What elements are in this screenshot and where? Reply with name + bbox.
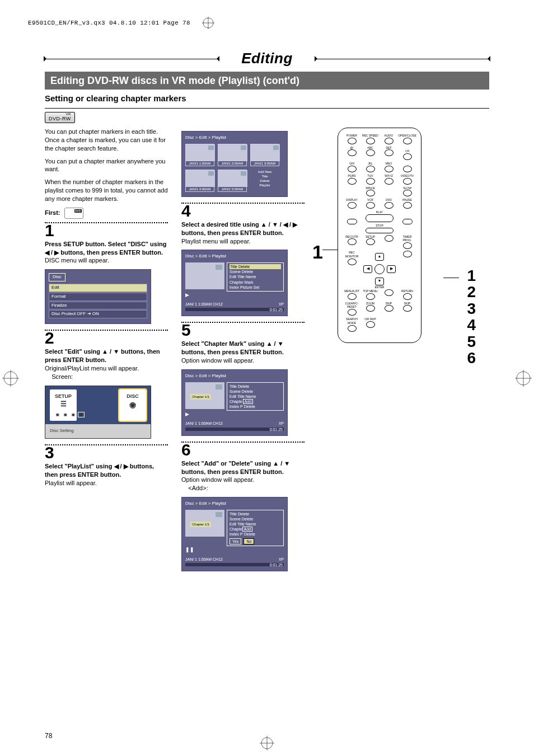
num-1	[348, 149, 357, 156]
thumb-1: JAN/1 1:00AM	[185, 144, 214, 166]
registration-mark-icon	[260, 736, 274, 753]
dvd-rw-vr-badge: VR DVD-RW	[45, 112, 75, 123]
no-button: No	[243, 538, 254, 544]
open-close-button	[403, 138, 412, 144]
blank-button	[385, 235, 394, 242]
intro-para-2: You can put a chapter marker anywhere yo…	[45, 157, 168, 174]
file-header: E9501CD_EN/FR_v3.qx3 04.8.10 12:01 Page …	[28, 17, 506, 29]
clear-button	[348, 309, 357, 316]
audio-button	[385, 138, 394, 144]
skip-prev-button	[385, 305, 394, 312]
osd-disc-menu: Disc Edit Format Finalize Disc Protect O…	[45, 269, 151, 324]
return-button	[403, 293, 412, 300]
arrow-right-icon: ▶	[387, 265, 396, 273]
osd-disc-title: Disc	[49, 273, 65, 281]
osd-setup-disc: SETUP ☰ ▣▣▣▣ DISC ◉ Disc Setting	[45, 386, 151, 439]
cm-skip-button	[366, 321, 375, 328]
left-column: You can put chapter markers in each titl…	[45, 128, 168, 577]
middle-column: Disc > Edit > Playlist JAN/1 1:00AM JAN/…	[181, 128, 305, 577]
callout-line-icon	[443, 278, 459, 278]
breadcrumb: Disc > Edit > Playlist	[185, 501, 284, 507]
osd-item-protect: Disc Protect OFF ➔ ON	[49, 310, 147, 318]
intro-para-1: You can put chapter markers in each titl…	[45, 128, 168, 153]
disc-setting-label: Disc Setting	[45, 424, 151, 438]
step-3-number: 3	[45, 444, 168, 461]
display-button	[348, 202, 357, 209]
thumb-2: JAN/1 2:00AM	[218, 144, 247, 166]
arrow-down-icon: ▼	[375, 278, 384, 285]
step-5-number: 5	[181, 322, 305, 339]
dvd-button-icon	[64, 208, 83, 219]
step-1-number: 1	[45, 222, 168, 239]
remote-side-numbers: 1 2 3 4 5 6	[467, 267, 476, 366]
section-heading: Setting or clearing chapter markers	[45, 93, 489, 104]
ch-down	[403, 166, 412, 172]
thumb-addnew: Add New Title Delete Playlist	[250, 170, 279, 192]
thumb-3: JAN/1 3:00AM	[250, 144, 279, 166]
num-5	[366, 166, 375, 172]
yes-button: Yes	[229, 538, 241, 544]
zoom-button	[366, 305, 375, 312]
rec-monitor-button	[348, 259, 357, 265]
num-4	[348, 166, 357, 172]
step-5-text: Select "Chapter Mark" using ▲ / ▼ button…	[181, 340, 305, 365]
ff-button	[402, 219, 413, 224]
rec-speed-button	[366, 138, 375, 144]
step-1-text: Press SETUP button. Select "DISC" using …	[45, 240, 168, 265]
registration-mark-icon	[202, 17, 214, 29]
add-menu-list: Title Delete Scene Delete Edit Title Nam…	[227, 510, 284, 547]
remote-control-diagram: POWER REC SPEED AUDIO OPEN/CLOSE @!ABCDE…	[338, 128, 421, 343]
registration-mark-icon	[2, 370, 19, 387]
osd-item-format: Format	[49, 293, 147, 301]
first-label-row: First:	[45, 208, 168, 219]
blank-button	[385, 289, 394, 296]
num-0	[366, 190, 375, 196]
remote-callout-1: 1	[312, 240, 323, 265]
play-icon: ▶	[185, 292, 284, 298]
heading-underline	[45, 108, 489, 109]
preview-thumb: Chapter 1/1	[185, 510, 224, 537]
step-4-number: 4	[181, 203, 305, 219]
search-mode-button	[348, 325, 357, 332]
setup-card: SETUP ☰ ▣▣▣▣	[50, 389, 77, 421]
osd-item-finalize: Finalize	[49, 302, 147, 310]
page-title-ribbon: Editing	[45, 49, 489, 68]
stop-button	[366, 228, 394, 233]
play-icon: ▶	[185, 411, 284, 417]
preview-thumb	[185, 262, 224, 289]
breadcrumb: Disc > Edit > Playlist	[185, 253, 284, 260]
num-6	[385, 166, 394, 172]
dvd-button	[385, 202, 394, 209]
disc-card: DISC ◉	[119, 389, 146, 421]
thumb-4: JAN/1 4:00AM	[185, 170, 214, 192]
play-button	[366, 214, 394, 222]
timer-prog-button	[403, 242, 412, 249]
video-tv	[403, 178, 412, 185]
power-button	[348, 138, 357, 144]
skip-next-button	[403, 305, 412, 312]
num-8	[366, 178, 375, 185]
thumb-5: JAN/1 5:00AM	[218, 170, 247, 192]
page-number: 78	[45, 731, 52, 740]
page-title: Editing	[241, 49, 293, 68]
callout-line-icon	[322, 250, 338, 250]
pause-button	[403, 202, 412, 209]
remote-column: 1 POWER REC SPEED AUDIO OPEN/CLOSE @!ABC…	[318, 128, 441, 577]
osd-playlist-thumbs: Disc > Edit > Playlist JAN/1 1:00AM JAN/…	[181, 131, 288, 197]
arrow-left-icon: ◀	[363, 265, 372, 273]
ch-up	[403, 153, 412, 160]
breadcrumb: Disc > Edit > Playlist	[185, 135, 284, 141]
breadcrumb: Disc > Edit > Playlist	[185, 373, 284, 379]
blank-button	[403, 251, 412, 257]
step-4-text: Select a desired title using ▲ / ▼ / ◀ /…	[181, 220, 305, 246]
num-3	[385, 149, 394, 156]
pause-icon: ❚❚	[185, 546, 284, 553]
step-2-text: Select "Edit" using ▲ / ▼ buttons, then …	[45, 348, 168, 381]
menu-list-button	[348, 293, 357, 300]
step-3-text: Select "PlayList" using ◀ / ▶ buttons, t…	[45, 462, 168, 487]
num-9	[385, 178, 394, 185]
enter-button	[374, 264, 385, 274]
rew-button	[347, 219, 357, 224]
top-menu-button	[366, 293, 375, 300]
num-2	[366, 149, 375, 156]
